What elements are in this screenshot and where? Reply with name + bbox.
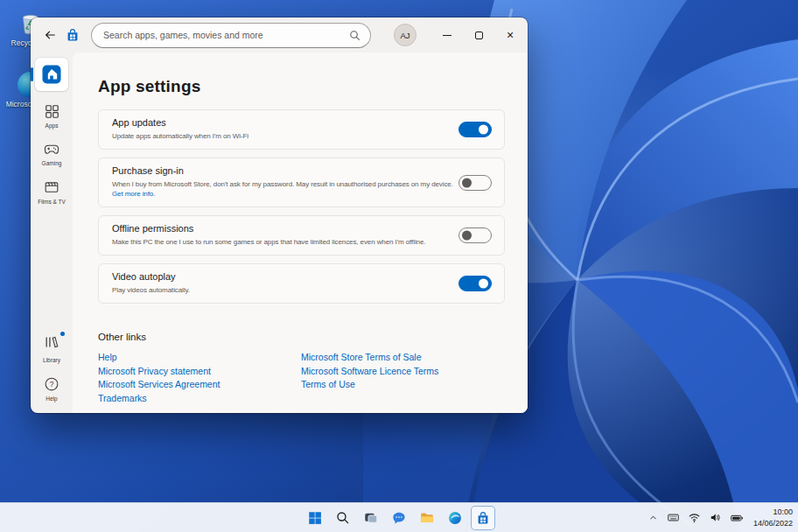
close-icon: × xyxy=(507,29,514,41)
store-app-icon xyxy=(65,27,80,43)
setting-title: Purchase sign-in xyxy=(112,165,455,177)
link-software-licence-terms[interactable]: Microsoft Software Licence Terms xyxy=(301,367,438,376)
setting-description: Play videos automatically. xyxy=(112,285,455,295)
desktop: Recycle Bin Microsoft Edge xyxy=(0,0,798,532)
setting-title: Offline permissions xyxy=(112,223,455,234)
keyboard-icon xyxy=(667,511,680,524)
minimize-button[interactable] xyxy=(431,18,463,52)
sidebar-item-apps[interactable]: Apps xyxy=(44,103,60,129)
link-trademarks[interactable]: Trademarks xyxy=(98,394,301,403)
toggle-knob xyxy=(479,125,488,135)
windows-logo-icon xyxy=(307,510,323,526)
sidebar-item-label: Gaming xyxy=(42,160,62,166)
wifi-icon xyxy=(688,511,701,524)
sidebar-item-gaming[interactable]: Gaming xyxy=(42,140,62,166)
search-icon[interactable] xyxy=(349,30,360,41)
window-controls: × xyxy=(431,18,528,52)
toggle-offline-permissions[interactable] xyxy=(458,228,492,243)
edge-button[interactable] xyxy=(443,506,467,530)
toggle-knob xyxy=(479,279,488,289)
store-window: AJ × xyxy=(31,18,528,413)
network-button[interactable] xyxy=(688,511,701,524)
maximize-button[interactable] xyxy=(463,18,494,52)
clapperboard-icon xyxy=(43,178,60,196)
sidebar-item-label: Help xyxy=(46,396,57,402)
store-taskbar-button[interactable] xyxy=(471,506,495,530)
setting-description: When I buy from Microsoft Store, don't a… xyxy=(112,179,455,199)
search-box[interactable] xyxy=(91,23,371,48)
svg-text:?: ? xyxy=(50,380,54,388)
other-links: Help Microsoft Privacy statement Microso… xyxy=(98,353,505,403)
chat-button[interactable] xyxy=(387,506,411,530)
links-column-2: Microsoft Store Terms of Sale Microsoft … xyxy=(301,353,438,403)
store-icon xyxy=(475,510,491,526)
library-notification-dot xyxy=(60,332,65,336)
chevron-up-icon xyxy=(648,512,659,523)
toggle-purchase-sign-in[interactable] xyxy=(458,175,492,191)
taskbar-search-button[interactable] xyxy=(331,506,355,530)
link-help[interactable]: Help xyxy=(98,353,301,362)
toggle-knob xyxy=(462,178,472,187)
folder-icon xyxy=(419,510,435,526)
store-sidebar: Apps Gaming xyxy=(31,52,73,413)
account-avatar[interactable]: AJ xyxy=(394,24,416,46)
apps-grid-icon xyxy=(44,103,60,120)
tray-overflow-button[interactable] xyxy=(648,512,659,523)
setting-description-text: When I buy from Microsoft Store, don't a… xyxy=(112,180,453,188)
minimize-icon xyxy=(443,35,452,36)
help-icon: ? xyxy=(43,375,60,393)
back-button[interactable] xyxy=(38,23,62,47)
clock-date: 14/06/2022 xyxy=(753,518,793,528)
close-button[interactable]: × xyxy=(494,18,526,52)
edge-icon xyxy=(447,510,463,526)
taskbar-clock[interactable]: 10:00 14/06/2022 xyxy=(753,507,793,528)
maximize-icon xyxy=(475,32,483,39)
setting-card-app-updates: App updates Update apps automatically wh… xyxy=(98,109,505,150)
sidebar-item-films-tv[interactable]: Films & TV xyxy=(38,178,66,205)
system-tray: 10:00 14/06/2022 xyxy=(648,503,793,532)
battery-icon xyxy=(730,511,744,525)
settings-page: App settings App updates Update apps aut… xyxy=(73,52,528,413)
sidebar-item-label: Library xyxy=(43,357,60,363)
taskbar: 10:00 14/06/2022 xyxy=(0,502,798,532)
window-body: Apps Gaming xyxy=(31,52,528,413)
setting-card-video-autoplay: Video autoplay Play videos automatically… xyxy=(98,263,505,304)
library-icon-wrap xyxy=(43,333,60,354)
chat-bubble-icon xyxy=(391,510,407,526)
sidebar-item-help[interactable]: ? Help xyxy=(43,375,60,402)
setting-card-offline-permissions: Offline permissions Make this PC the one… xyxy=(98,215,505,256)
library-icon xyxy=(43,333,60,351)
sidebar-item-library[interactable]: Library xyxy=(43,333,60,363)
setting-title: App updates xyxy=(112,117,455,129)
avatar-initials: AJ xyxy=(400,31,410,40)
battery-button[interactable] xyxy=(730,511,744,525)
link-terms-of-use[interactable]: Terms of Use xyxy=(301,380,438,389)
task-view-button[interactable] xyxy=(359,506,383,530)
clock-time: 10:00 xyxy=(753,507,793,517)
taskbar-center xyxy=(303,506,495,530)
get-more-info-link[interactable]: Get more info. xyxy=(112,190,155,198)
link-privacy-statement[interactable]: Microsoft Privacy statement xyxy=(98,367,301,376)
sidebar-item-home[interactable] xyxy=(35,58,68,91)
volume-button[interactable] xyxy=(709,511,722,524)
selected-indicator xyxy=(31,67,33,81)
other-links-title: Other links xyxy=(98,332,505,342)
touch-keyboard-button[interactable] xyxy=(667,511,680,524)
setting-card-purchase-sign-in: Purchase sign-in When I buy from Microso… xyxy=(98,158,505,207)
home-icon xyxy=(41,64,62,85)
back-arrow-icon xyxy=(44,29,56,41)
link-terms-of-sale[interactable]: Microsoft Store Terms of Sale xyxy=(301,353,438,362)
sidebar-item-label: Films & TV xyxy=(38,199,66,205)
links-column-1: Help Microsoft Privacy statement Microso… xyxy=(98,353,301,403)
file-explorer-button[interactable] xyxy=(415,506,439,530)
task-view-icon xyxy=(363,510,379,526)
speaker-icon xyxy=(709,511,722,524)
toggle-app-updates[interactable] xyxy=(458,122,492,137)
setting-description: Update apps automatically when I'm on Wi… xyxy=(112,131,455,141)
search-icon xyxy=(335,510,351,526)
search-input[interactable] xyxy=(103,30,349,40)
link-services-agreement[interactable]: Microsoft Services Agreement xyxy=(98,380,301,389)
setting-description: Make this PC the one I use to run some g… xyxy=(112,237,455,247)
toggle-video-autoplay[interactable] xyxy=(458,276,492,291)
start-button[interactable] xyxy=(303,506,327,530)
